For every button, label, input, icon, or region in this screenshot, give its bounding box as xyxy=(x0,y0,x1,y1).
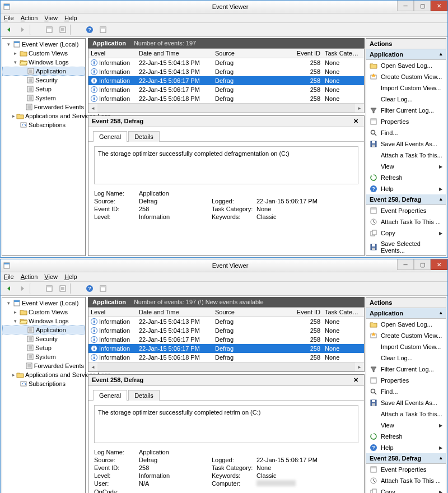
toolbar-help-button[interactable]: ? xyxy=(83,283,96,294)
minimize-button[interactable]: ─ xyxy=(397,1,414,11)
tree-custom-views[interactable]: ▸Custom Views xyxy=(2,308,85,317)
action-item[interactable]: Properties xyxy=(366,116,446,127)
tree-app-services[interactable]: ▸Applications and Services Logs xyxy=(2,111,85,120)
tree-subscriptions[interactable]: Subscriptions xyxy=(2,379,85,388)
action-item[interactable]: View ▶ xyxy=(366,420,446,431)
back-button[interactable] xyxy=(3,24,15,35)
maximize-button[interactable]: ▢ xyxy=(414,259,431,270)
grid-header[interactable]: Level Date and Time Source Event ID Task… xyxy=(88,49,364,58)
event-grid[interactable]: Level Date and Time Source Event ID Task… xyxy=(88,48,365,113)
tab-details[interactable]: Details xyxy=(128,131,160,142)
menu-item[interactable]: View xyxy=(44,273,58,280)
toolbar-button[interactable] xyxy=(57,283,69,294)
event-row[interactable]: Information 22-Jan-15 5:04:13 PM Defrag … xyxy=(88,58,364,67)
tree-system[interactable]: System xyxy=(2,94,85,103)
event-row[interactable]: Information 22-Jan-15 5:06:17 PM Defrag … xyxy=(88,76,364,85)
action-item[interactable]: Attach Task To This ... xyxy=(366,216,446,227)
menu-item[interactable]: File xyxy=(4,15,14,21)
menu-item[interactable]: View xyxy=(44,15,58,21)
action-item[interactable]: ? Help ▶ xyxy=(366,442,446,453)
action-item[interactable]: Attach a Task To this... xyxy=(366,408,446,420)
action-item[interactable]: Event Properties xyxy=(366,464,446,475)
event-row[interactable]: Information 22-Jan-15 5:06:17 PM Defrag … xyxy=(88,335,364,344)
action-item[interactable]: Import Custom View... xyxy=(366,341,446,352)
tree-forwarded[interactable]: Forwarded Events xyxy=(2,361,85,370)
action-item[interactable]: Open Saved Log... xyxy=(366,60,446,71)
actions-section-header[interactable]: Event 258, Defrag▴ xyxy=(366,453,446,464)
tab-general[interactable]: General xyxy=(93,131,127,142)
action-item[interactable]: ? Help ▶ xyxy=(366,183,446,194)
toolbar-button[interactable] xyxy=(57,24,69,35)
event-grid[interactable]: Level Date and Time Source Event ID Task… xyxy=(88,307,365,372)
horizontal-scrollbar[interactable]: ◄► xyxy=(88,103,364,113)
toolbar-button[interactable] xyxy=(97,283,109,294)
action-item[interactable]: Copy ▶ xyxy=(366,486,446,493)
tree-root[interactable]: ▾Event Viewer (Local) xyxy=(2,40,85,49)
tree-security[interactable]: Security xyxy=(2,334,85,343)
actions-section-header[interactable]: Application▴ xyxy=(366,49,446,60)
action-item[interactable]: Clear Log... xyxy=(366,94,446,105)
detail-close-button[interactable]: ✕ xyxy=(351,376,361,384)
tree-application[interactable]: Application xyxy=(2,67,85,76)
tree-windows-logs[interactable]: ▾Windows Logs xyxy=(2,317,85,325)
toolbar-button[interactable] xyxy=(43,283,55,294)
actions-section-header[interactable]: Event 258, Defrag▴ xyxy=(366,194,446,205)
event-row[interactable]: Information 22-Jan-15 5:06:18 PM Defrag … xyxy=(88,94,364,103)
actions-section-header[interactable]: Application▴ xyxy=(366,308,446,319)
menu-item[interactable]: Help xyxy=(64,273,77,280)
event-row[interactable]: Information 22-Jan-15 5:04:13 PM Defrag … xyxy=(88,317,364,326)
menu-item[interactable]: Help xyxy=(64,15,77,21)
tree-windows-logs[interactable]: ▾Windows Logs xyxy=(2,58,85,67)
action-item[interactable]: Save Selected Events... xyxy=(366,239,446,255)
action-item[interactable]: Create Custom View... xyxy=(366,330,446,341)
action-item[interactable]: Event Properties xyxy=(366,205,446,216)
navigation-tree[interactable]: ▾Event Viewer (Local) ▸Custom Views ▾Win… xyxy=(2,297,86,493)
action-item[interactable]: Save All Events As... xyxy=(366,138,446,150)
toolbar-button[interactable] xyxy=(97,24,109,35)
event-row[interactable]: Information 22-Jan-15 5:06:17 PM Defrag … xyxy=(88,344,364,353)
tab-general[interactable]: General xyxy=(93,390,127,401)
toolbar-help-button[interactable]: ? xyxy=(83,24,96,35)
maximize-button[interactable]: ▢ xyxy=(414,1,431,11)
tree-system[interactable]: System xyxy=(2,352,85,361)
action-item[interactable]: Find... xyxy=(366,127,446,138)
action-item[interactable]: Save All Events As... xyxy=(366,397,446,408)
menu-item[interactable]: File xyxy=(4,273,14,280)
tree-setup[interactable]: Setup xyxy=(2,343,85,352)
action-item[interactable]: Filter Current Log... xyxy=(366,105,446,116)
forward-button[interactable] xyxy=(16,24,29,35)
detail-close-button[interactable]: ✕ xyxy=(351,118,361,125)
event-row[interactable]: Information 22-Jan-15 5:06:17 PM Defrag … xyxy=(88,85,364,94)
action-item[interactable]: Clear Log... xyxy=(366,352,446,364)
tree-setup[interactable]: Setup xyxy=(2,85,85,94)
action-item[interactable]: Filter Current Log... xyxy=(366,364,446,375)
event-row[interactable]: Information 22-Jan-15 5:06:18 PM Defrag … xyxy=(88,353,364,362)
menu-item[interactable]: Action xyxy=(21,15,38,21)
tree-security[interactable]: Security xyxy=(2,76,85,85)
action-item[interactable]: Refresh xyxy=(366,172,446,183)
titlebar[interactable]: Event Viewer ─ ▢ ✕ xyxy=(1,1,447,13)
action-item[interactable]: Import Custom View... xyxy=(366,82,446,94)
menubar[interactable]: FileActionViewHelp xyxy=(1,13,447,23)
close-button[interactable]: ✕ xyxy=(431,1,447,11)
tree-subscriptions[interactable]: Subscriptions xyxy=(2,120,85,129)
tree-forwarded[interactable]: Forwarded Events xyxy=(2,103,85,111)
tab-details[interactable]: Details xyxy=(128,390,160,401)
action-item[interactable]: Attach Task To This ... xyxy=(366,475,446,486)
action-item[interactable]: Refresh xyxy=(366,431,446,442)
action-item[interactable]: Copy ▶ xyxy=(366,227,446,239)
tree-root[interactable]: ▾Event Viewer (Local) xyxy=(2,299,85,308)
action-item[interactable]: Create Custom View... xyxy=(366,71,446,82)
event-row[interactable]: Information 22-Jan-15 5:04:13 PM Defrag … xyxy=(88,326,364,335)
tree-app-services[interactable]: ▸Applications and Services Logs xyxy=(2,370,85,379)
action-item[interactable]: Find... xyxy=(366,386,446,397)
menubar[interactable]: FileActionViewHelp xyxy=(1,272,447,282)
action-item[interactable]: Attach a Task To this... xyxy=(366,150,446,161)
toolbar-button[interactable] xyxy=(43,24,55,35)
navigation-tree[interactable]: ▾Event Viewer (Local) ▸Custom Views ▾Win… xyxy=(2,38,86,256)
titlebar[interactable]: Event Viewer ─ ▢ ✕ xyxy=(1,259,447,272)
back-button[interactable] xyxy=(3,283,15,294)
minimize-button[interactable]: ─ xyxy=(397,259,414,270)
horizontal-scrollbar[interactable]: ◄► xyxy=(88,362,364,371)
forward-button[interactable] xyxy=(16,283,29,294)
